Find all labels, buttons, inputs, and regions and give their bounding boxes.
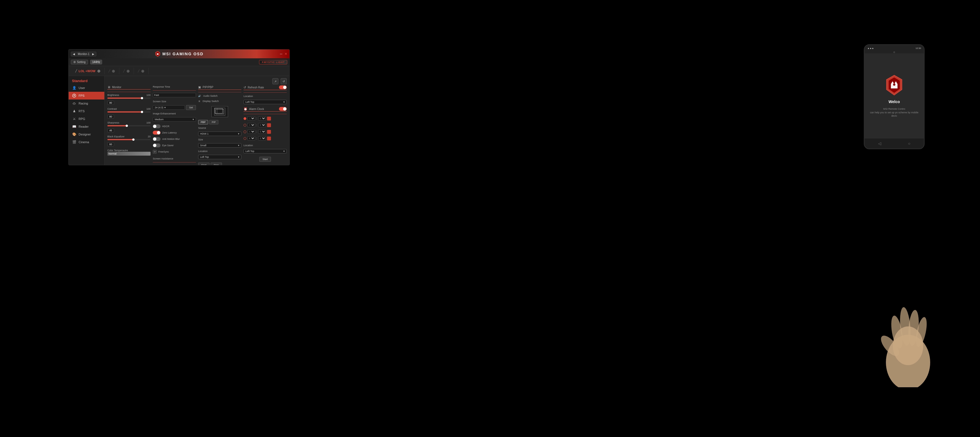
alarm-check-3[interactable] bbox=[267, 130, 271, 134]
pip-tab[interactable]: PIP bbox=[209, 120, 218, 124]
nav-arrows[interactable]: ◀ Monitor-1 ▶ bbox=[71, 52, 96, 56]
brightness-track[interactable] bbox=[107, 98, 151, 99]
phone-home-button[interactable]: ○ bbox=[908, 141, 910, 146]
profile-tab-3[interactable]: ╱ ⊕ bbox=[119, 68, 134, 74]
audio-switch-label: Audio Switch bbox=[203, 95, 218, 97]
next-monitor-icon[interactable]: ▶ bbox=[92, 52, 94, 55]
prev-monitor-icon[interactable]: ◀ bbox=[73, 52, 75, 55]
phone-welcome-text: Welco bbox=[889, 100, 900, 104]
alarm-h-2[interactable]: 30 bbox=[247, 123, 255, 127]
alarm-h-1[interactable]: 15 bbox=[247, 116, 255, 120]
screen-size-dropdown[interactable]: 24 (4:3) ▾ bbox=[153, 105, 185, 110]
hdcr-toggle[interactable] bbox=[153, 124, 161, 128]
export-button[interactable]: ↗ bbox=[272, 78, 278, 84]
alarm-check-1[interactable] bbox=[267, 117, 271, 120]
screen-size-row: 24 (4:3) ▾ Set bbox=[153, 105, 196, 110]
alarm-radio-4[interactable] bbox=[243, 137, 246, 140]
black-eq-track[interactable] bbox=[107, 139, 151, 140]
add-profile-3-icon[interactable]: ⊕ bbox=[126, 69, 130, 73]
response-time-input[interactable] bbox=[153, 93, 196, 97]
setting-button[interactable]: ⚙ Setting bbox=[71, 60, 88, 64]
add-profile-2-icon[interactable]: ⊕ bbox=[112, 69, 115, 73]
sidebar-item-rts[interactable]: ♟ RTS bbox=[68, 107, 104, 115]
rr-toggle[interactable] bbox=[279, 86, 287, 89]
sidebar-item-reader[interactable]: 📖 Reader bbox=[68, 123, 104, 130]
source-chevron-icon: ▾ bbox=[238, 132, 239, 135]
close-button[interactable]: ✕ bbox=[285, 52, 287, 56]
sidebar-item-racing[interactable]: Racing bbox=[68, 100, 104, 107]
alarm-m-1[interactable]: 00 bbox=[258, 116, 266, 120]
alarm-radio-3[interactable] bbox=[243, 130, 246, 133]
pip-location-label: Location bbox=[198, 150, 241, 153]
phone-back-button[interactable]: ◁ bbox=[878, 141, 881, 146]
alarm-m-2[interactable]: 00 bbox=[258, 123, 266, 127]
freesync-icon: ⟳ bbox=[153, 150, 157, 154]
black-eq-group: Black Equalizer 20 60 bbox=[107, 135, 151, 146]
alarm-check-2[interactable] bbox=[267, 123, 271, 127]
image-enhancement-dropdown[interactable]: Medium ▾ bbox=[153, 117, 196, 122]
brightness-label: Brightness 100 bbox=[107, 94, 151, 97]
contrast-fill bbox=[107, 111, 142, 112]
add-profile-4-icon[interactable]: ⊕ bbox=[141, 69, 145, 73]
svg-point-15 bbox=[907, 310, 920, 346]
pip-location-dropdown[interactable]: Left Top ▾ bbox=[198, 155, 241, 159]
alarm-location-dropdown[interactable]: Left Top ▾ bbox=[243, 149, 287, 154]
pbp-tab[interactable]: PBP bbox=[198, 120, 208, 124]
sidebar-item-user[interactable]: 👤 User bbox=[68, 84, 104, 92]
slash-icon-3: ╱ bbox=[123, 70, 125, 73]
phone-camera bbox=[893, 51, 895, 53]
brightness-group: Brightness 100 80 bbox=[107, 94, 151, 105]
rr-location-chevron-icon: ▾ bbox=[283, 101, 285, 103]
contrast-track[interactable] bbox=[107, 111, 151, 112]
profile-tab-2[interactable]: ╱ ⊕ bbox=[105, 68, 119, 74]
phone-status-left: ▲▲▲ bbox=[867, 47, 874, 49]
phone-camera-bar bbox=[865, 51, 924, 53]
alarm-toggle[interactable] bbox=[279, 107, 287, 111]
sidebar: Standard 👤 User FPS bbox=[68, 76, 105, 165]
alarm-start-button[interactable]: Start bbox=[259, 157, 270, 162]
svg-point-11 bbox=[886, 335, 930, 387]
zero-latency-toggle-knob bbox=[157, 131, 160, 135]
sidebar-item-fps[interactable]: FPS bbox=[68, 92, 104, 100]
alarm-m-4[interactable]: 00 bbox=[258, 136, 266, 141]
add-profile-icon[interactable]: ⊕ bbox=[97, 69, 100, 73]
chevron-down-icon: ▾ bbox=[164, 106, 166, 109]
rr-location-dropdown[interactable]: Left Top ▾ bbox=[243, 100, 287, 104]
brightness-value: 80 bbox=[107, 101, 114, 105]
image-enhancement-label: Image Enhancement bbox=[153, 112, 196, 115]
content-header: ↗ ↺ bbox=[107, 78, 287, 84]
pip-pbp-column: ▣ PIP/PBP 🔊 Audio Switch 🖥 Display bbox=[198, 86, 241, 165]
screen-size-set-button[interactable]: Set bbox=[186, 105, 196, 110]
sidebar-item-rpg[interactable]: ⚔ RPG bbox=[68, 115, 104, 123]
color-temp-group: Color Temperautre Normal bbox=[107, 149, 151, 156]
pip-stop-button[interactable]: Stop bbox=[211, 163, 222, 165]
monitor-column: 🖥 Monitor Brightness 100 bbox=[107, 86, 151, 165]
zero-latency-toggle[interactable] bbox=[153, 131, 161, 135]
size-dropdown[interactable]: Small ▾ bbox=[198, 143, 241, 147]
phone-screen: ▲▲▲ 12:30 Welco bbox=[865, 45, 924, 149]
source-dropdown[interactable]: HDMI 1 ▾ bbox=[198, 131, 241, 136]
osd-window: ◀ Monitor-1 ▶ MSI GAMING OSD ─ ✕ ⚙ bbox=[68, 49, 290, 165]
alarm-check-4[interactable] bbox=[267, 136, 271, 141]
profile-slash-icon: ╱ bbox=[75, 70, 77, 73]
alarm-radio-2[interactable] bbox=[243, 124, 246, 127]
sidebar-item-cinema[interactable]: 🎬 Cinema bbox=[68, 138, 104, 146]
alarm-h-3[interactable]: 45 bbox=[247, 130, 255, 134]
minimize-button[interactable]: ─ bbox=[280, 52, 282, 56]
sidebar-item-designer[interactable]: 🎨 Designer bbox=[68, 130, 104, 138]
rr-alarm-column: ↺ Refresh Rate Location Left Top ▾ bbox=[243, 86, 287, 165]
anti-motion-toggle[interactable] bbox=[153, 137, 161, 141]
reset-button[interactable]: ↺ bbox=[281, 78, 287, 84]
alarm-radio-1[interactable] bbox=[243, 117, 246, 120]
pip-buttons: Start Stop bbox=[198, 163, 241, 165]
alarm-h-4[interactable]: 60 bbox=[247, 136, 255, 141]
profile-tab-4[interactable]: ╱ ⊕ bbox=[134, 68, 149, 74]
display-preview bbox=[212, 106, 228, 117]
freesync-row: ⟳ FreeSync bbox=[153, 150, 196, 154]
alarm-m-3[interactable]: 00 bbox=[258, 130, 266, 134]
rr-icon: ↺ bbox=[243, 86, 246, 89]
eye-saver-toggle[interactable] bbox=[153, 144, 161, 147]
profile-tab-active[interactable]: ╱ LOL +WOW ⊕ bbox=[72, 68, 105, 74]
sharpness-track[interactable] bbox=[107, 125, 151, 126]
pip-start-button[interactable]: Start bbox=[198, 163, 210, 165]
